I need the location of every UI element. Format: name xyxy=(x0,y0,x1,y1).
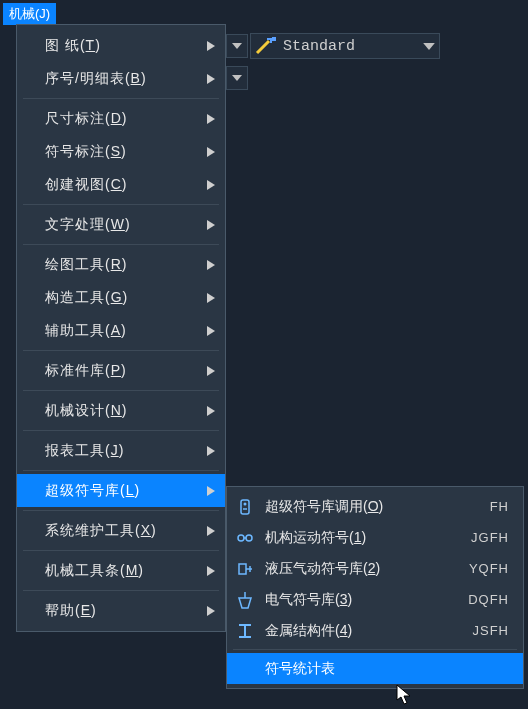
menu-item-7[interactable]: 构造工具(G) xyxy=(17,281,225,314)
menu-item-0[interactable]: 图 纸(T) xyxy=(17,29,225,62)
caret-down-icon xyxy=(423,43,435,50)
menu-separator xyxy=(23,390,219,391)
menu-item-2[interactable]: 尺寸标注(D) xyxy=(17,102,225,135)
svg-rect-0 xyxy=(272,37,276,41)
toolbar-row-1: Standard xyxy=(226,30,440,62)
menu-item-12[interactable]: 超级符号库(L) xyxy=(17,474,225,507)
menu-item-9[interactable]: 标准件库(P) xyxy=(17,354,225,387)
menu-separator xyxy=(23,204,219,205)
toolbar-row-2 xyxy=(226,66,248,90)
menu-separator xyxy=(23,430,219,431)
menu-item-3[interactable]: 符号标注(S) xyxy=(17,135,225,168)
menu-button-mechanical[interactable]: 机械(J) xyxy=(3,3,56,25)
submenu-item-0[interactable]: 超级符号库调用(O)FH xyxy=(227,491,523,522)
menu-item-14[interactable]: 机械工具条(M) xyxy=(17,554,225,587)
toolbar-dropdown-2[interactable] xyxy=(226,66,248,90)
svg-point-2 xyxy=(244,502,247,505)
submenu-item-1[interactable]: 机构运动符号(1)JGFH xyxy=(227,522,523,553)
submenu-item-2[interactable]: 液压气动符号库(2)YQFH xyxy=(227,553,523,584)
menu-separator xyxy=(23,590,219,591)
menu-item-10[interactable]: 机械设计(N) xyxy=(17,394,225,427)
svg-point-4 xyxy=(238,535,244,541)
dim-style-icon xyxy=(255,35,277,57)
menu-separator xyxy=(23,550,219,551)
submenu-separator xyxy=(233,649,517,650)
toolbar-dropdown-1[interactable] xyxy=(226,34,248,58)
dim-style-label: Standard xyxy=(283,38,355,55)
submenu-item-3[interactable]: 电气符号库(3)DQFH xyxy=(227,584,523,615)
menu-item-5[interactable]: 文字处理(W) xyxy=(17,208,225,241)
menu-item-6[interactable]: 绘图工具(R) xyxy=(17,248,225,281)
submenu-item-stats[interactable]: 符号统计表 xyxy=(227,653,523,684)
menu-item-8[interactable]: 辅助工具(A) xyxy=(17,314,225,347)
menu-item-13[interactable]: 系统维护工具(X) xyxy=(17,514,225,547)
menu-separator xyxy=(23,98,219,99)
menu-separator xyxy=(23,350,219,351)
dim-style-selector[interactable]: Standard xyxy=(250,33,440,59)
main-menu: 图 纸(T)序号/明细表(B)尺寸标注(D)符号标注(S)创建视图(C)文字处理… xyxy=(16,24,226,632)
menu-separator xyxy=(23,244,219,245)
symbol-library-submenu: 超级符号库调用(O)FH机构运动符号(1)JGFH液压气动符号库(2)YQFH电… xyxy=(226,486,524,689)
svg-rect-7 xyxy=(239,564,246,574)
menu-item-4[interactable]: 创建视图(C) xyxy=(17,168,225,201)
menu-item-1[interactable]: 序号/明细表(B) xyxy=(17,62,225,95)
menu-separator xyxy=(23,470,219,471)
submenu-item-4[interactable]: 金属结构件(4)JSFH xyxy=(227,615,523,646)
menu-item-15[interactable]: 帮助(E) xyxy=(17,594,225,627)
svg-point-5 xyxy=(246,535,252,541)
svg-rect-1 xyxy=(241,500,249,514)
menu-item-11[interactable]: 报表工具(J) xyxy=(17,434,225,467)
menu-separator xyxy=(23,510,219,511)
